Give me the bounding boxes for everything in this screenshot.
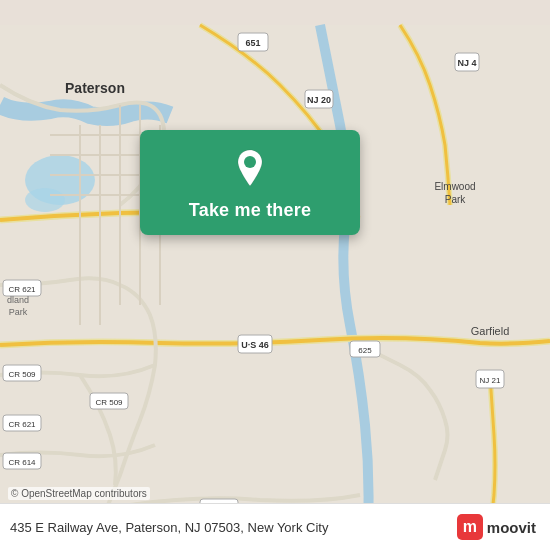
- bottom-bar: 435 E Railway Ave, Paterson, NJ 07503, N…: [0, 503, 550, 550]
- svg-text:CR 509: CR 509: [8, 370, 36, 379]
- svg-text:CR 509: CR 509: [95, 398, 123, 407]
- svg-text:Paterson: Paterson: [65, 80, 125, 96]
- moovit-logo-letter: m: [457, 514, 483, 540]
- map-container: 651 NJ 4 NJ 20 I 80 U·S 46 CR 621 CR 621…: [0, 0, 550, 550]
- svg-text:Elmwood: Elmwood: [434, 181, 475, 192]
- svg-point-2: [25, 188, 65, 212]
- location-card: Take me there: [140, 130, 360, 235]
- svg-text:Garfield: Garfield: [471, 325, 510, 337]
- svg-text:NJ 20: NJ 20: [307, 95, 331, 105]
- osm-credit: © OpenStreetMap contributors: [8, 487, 150, 500]
- moovit-logo: m moovit: [457, 514, 536, 540]
- svg-text:651: 651: [245, 38, 260, 48]
- svg-text:dland: dland: [7, 295, 29, 305]
- svg-text:NJ 21: NJ 21: [480, 376, 501, 385]
- svg-text:Park: Park: [9, 307, 28, 317]
- svg-text:U·S 46: U·S 46: [241, 340, 269, 350]
- svg-rect-0: [0, 25, 550, 525]
- svg-text:NJ 4: NJ 4: [457, 58, 476, 68]
- svg-text:CR 621: CR 621: [8, 285, 36, 294]
- location-pin-icon: [228, 146, 272, 190]
- address-text: 435 E Railway Ave, Paterson, NJ 07503, N…: [10, 520, 328, 535]
- take-me-there-button[interactable]: Take me there: [189, 200, 311, 221]
- svg-text:CR 614: CR 614: [8, 458, 36, 467]
- svg-text:625: 625: [358, 346, 372, 355]
- svg-text:Park: Park: [445, 194, 467, 205]
- map-background: 651 NJ 4 NJ 20 I 80 U·S 46 CR 621 CR 621…: [0, 0, 550, 550]
- svg-point-44: [244, 156, 256, 168]
- moovit-logo-text: moovit: [487, 519, 536, 536]
- svg-text:CR 621: CR 621: [8, 420, 36, 429]
